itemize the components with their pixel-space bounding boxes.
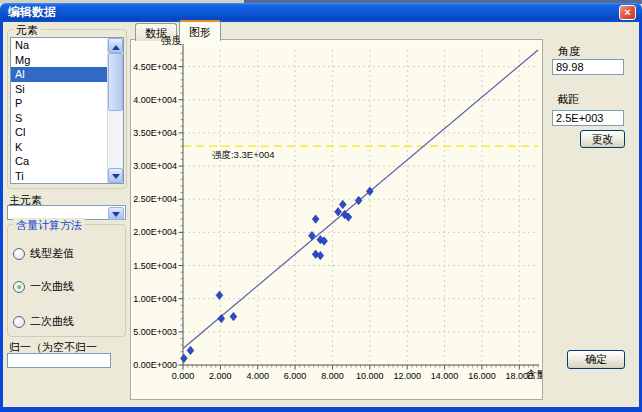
- y-tick-label: 1.00E+004: [133, 294, 177, 304]
- x-tick-label: 12.000: [393, 371, 421, 381]
- scrollbar-thumb[interactable]: [108, 53, 123, 111]
- angle-field[interactable]: [552, 59, 624, 75]
- y-tick-label: 2.50E+004: [133, 194, 177, 204]
- y-tick-label: 1.50E+004: [133, 261, 177, 271]
- data-point[interactable]: [230, 312, 237, 320]
- edit-data-dialog: 编辑数据 × 元素 NaMgAlSiPSClKCaTi 主元素 含量计算方法 线…: [0, 0, 642, 412]
- normalize-input[interactable]: [7, 353, 111, 368]
- radio-label: 一次曲线: [30, 279, 74, 294]
- element-listbox[interactable]: NaMgAlSiPSClKCaTi: [10, 37, 124, 184]
- elements-group-label: 元素: [13, 23, 41, 38]
- list-scrollbar[interactable]: [107, 38, 123, 183]
- radio-label: 二次曲线: [30, 314, 74, 329]
- y-tick-label: 4.00E+004: [133, 95, 177, 105]
- y-tick-label: 2.00E+004: [133, 227, 177, 237]
- y-tick-label: 3.50E+004: [133, 128, 177, 138]
- data-point[interactable]: [181, 354, 188, 362]
- x-tick-label: 8.000: [321, 371, 344, 381]
- data-point[interactable]: [187, 346, 194, 354]
- ok-button[interactable]: 确定: [567, 350, 625, 369]
- calibration-chart: 0.0002.0004.0006.0008.00010.00012.00014.…: [131, 34, 542, 402]
- crosshair-label: 强度:3.3E+004: [212, 149, 275, 160]
- y-tick-label: 3.00E+004: [133, 161, 177, 171]
- radio-label: 线型差值: [30, 246, 74, 261]
- method-option-1[interactable]: 一次曲线: [13, 279, 74, 294]
- chevron-down-icon[interactable]: [108, 207, 124, 220]
- intercept-label: 截距: [557, 92, 579, 107]
- window-border-left: [0, 18, 3, 412]
- y-tick-label: 0.00E+000: [133, 360, 177, 370]
- x-tick-label: 4.000: [246, 371, 269, 381]
- data-point[interactable]: [218, 314, 225, 322]
- y-tick-label: 5.00E+003: [133, 327, 177, 337]
- x-tick-label: 16.000: [468, 371, 496, 381]
- method-group-label: 含量计算方法: [13, 218, 85, 233]
- window-title: 编辑数据: [0, 3, 56, 22]
- intercept-field[interactable]: [552, 110, 624, 126]
- titlebar[interactable]: 编辑数据 ×: [0, 3, 642, 22]
- data-point[interactable]: [216, 291, 223, 299]
- radio-icon[interactable]: [13, 281, 25, 293]
- x-tick-label: 14.000: [431, 371, 459, 381]
- x-tick-label: 10.000: [356, 371, 384, 381]
- close-icon[interactable]: ×: [619, 5, 636, 20]
- scroll-down-icon[interactable]: [108, 168, 123, 183]
- radio-icon[interactable]: [13, 316, 25, 328]
- scroll-up-icon[interactable]: [108, 38, 123, 53]
- method-option-0[interactable]: 线型差值: [13, 246, 74, 261]
- angle-label: 角度: [558, 44, 580, 59]
- window-border-bottom: [0, 407, 642, 412]
- method-option-2[interactable]: 二次曲线: [13, 314, 74, 329]
- x-tick-label: 2.000: [209, 371, 232, 381]
- data-point[interactable]: [335, 208, 342, 216]
- radio-icon[interactable]: [13, 248, 25, 260]
- tab-graph[interactable]: 图形: [179, 20, 221, 41]
- data-point[interactable]: [366, 187, 373, 195]
- x-axis-title: 含量: [526, 368, 542, 380]
- x-tick-label: 6.000: [284, 371, 307, 381]
- data-point[interactable]: [312, 215, 319, 223]
- data-point[interactable]: [339, 200, 346, 208]
- y-tick-label: 4.50E+004: [133, 62, 177, 72]
- x-tick-label: 0.000: [172, 371, 195, 381]
- change-button[interactable]: 更改: [580, 130, 625, 148]
